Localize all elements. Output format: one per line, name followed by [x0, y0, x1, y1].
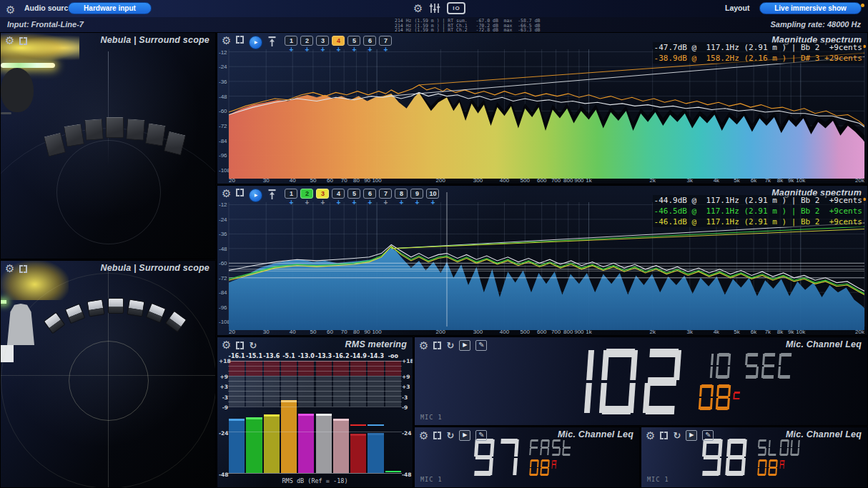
edit-icon[interactable]: ✎	[475, 340, 487, 351]
surround-scope-panel-2[interactable]: ⚙ Nebula | Surround scope	[0, 260, 216, 488]
rms-value-3: -13.6	[263, 353, 280, 359]
rms-bar-column-8	[350, 361, 367, 473]
curve-button-4[interactable]: 4+	[332, 36, 345, 54]
arrow-up-icon[interactable]	[267, 189, 277, 200]
add-curve-button[interactable]: +	[379, 46, 392, 54]
add-curve-button[interactable]: +	[395, 199, 408, 206]
curve-button-7[interactable]: 7+	[379, 36, 392, 54]
speaker-icon	[127, 299, 144, 317]
add-curve-button[interactable]: +	[300, 199, 313, 206]
gear-icon[interactable]: ⚙	[222, 189, 231, 199]
add-curve-button[interactable]: +	[363, 46, 376, 54]
fullscreen-icon[interactable]	[236, 36, 244, 44]
gear-icon[interactable]: ⚙	[222, 340, 231, 350]
curve-button-1[interactable]: 1+	[285, 189, 297, 206]
rms-peak-indicator	[368, 424, 383, 426]
add-curve-button[interactable]: +	[347, 199, 360, 206]
sampling-rate-label: Sampling rate: 48000 Hz	[770, 20, 861, 29]
curve-button-6[interactable]: 6+	[363, 189, 376, 206]
add-curve-button[interactable]: +	[285, 46, 297, 54]
fullscreen-icon[interactable]	[19, 265, 27, 273]
live-icon[interactable]: ▶	[249, 36, 262, 49]
leq-value-display	[702, 439, 751, 476]
live-immersive-show-button[interactable]: Live immersive show	[759, 2, 862, 14]
curve-button-4[interactable]: 4+	[332, 189, 345, 206]
curve-button-8[interactable]: 8+	[395, 189, 408, 206]
add-curve-button[interactable]: +	[332, 46, 345, 54]
add-curve-button[interactable]: +	[410, 199, 423, 206]
rms-scale-tick: -9	[402, 404, 411, 411]
gear-icon[interactable]: ⚙	[419, 341, 428, 351]
svg-text:-36: -36	[219, 231, 227, 237]
play-icon[interactable]: ▶	[686, 430, 697, 441]
svg-text:600: 600	[537, 177, 547, 184]
add-curve-button[interactable]: +	[316, 199, 329, 206]
curve-button-3[interactable]: 3+	[316, 36, 329, 54]
sliders-icon[interactable]	[429, 3, 440, 14]
gear-icon[interactable]: ⚙	[222, 36, 231, 46]
curve-button-2[interactable]: 2+	[300, 189, 313, 206]
edit-icon[interactable]: ✎	[475, 430, 487, 441]
fullscreen-icon[interactable]	[19, 37, 27, 45]
mic-channel-leq-panel-10sec: ⚙↻▶✎ Mic. Channel Leq MIC 1	[414, 337, 868, 426]
curve-button-5[interactable]: 5+	[347, 189, 360, 206]
rms-bar	[333, 419, 349, 473]
rms-bar	[229, 419, 245, 473]
svg-text:7k: 7k	[765, 177, 771, 184]
svg-text:1k: 1k	[586, 329, 592, 335]
fullscreen-icon[interactable]	[236, 189, 244, 196]
add-curve-button[interactable]: +	[426, 199, 439, 206]
fullscreen-icon[interactable]	[433, 342, 441, 349]
add-curve-button[interactable]: +	[379, 199, 392, 206]
reset-icon[interactable]: ↻	[446, 431, 454, 440]
svg-text:100: 100	[372, 329, 382, 335]
add-curve-button[interactable]: +	[300, 46, 313, 54]
curve-button-6[interactable]: 6+	[363, 36, 376, 54]
curve-button-10[interactable]: 10+	[426, 189, 439, 206]
reset-icon[interactable]: ↻	[249, 341, 257, 350]
add-curve-button[interactable]: +	[316, 46, 329, 54]
speaker-icon	[145, 123, 166, 146]
fullscreen-icon[interactable]	[433, 432, 441, 439]
curve-button-7[interactable]: 7+	[379, 189, 392, 206]
live-icon[interactable]: ▶	[249, 189, 262, 202]
reset-icon[interactable]: ↻	[446, 341, 454, 350]
gear-icon[interactable]: ⚙	[413, 4, 423, 14]
play-icon[interactable]: ▶	[459, 430, 470, 441]
rms-footer-label: RMS dB (Ref = -18)	[217, 477, 413, 484]
play-icon[interactable]: ▶	[459, 340, 470, 351]
svg-text:8k: 8k	[777, 329, 784, 335]
listener-bust	[1, 304, 41, 345]
curve-button-9[interactable]: 9+	[410, 189, 423, 206]
leq-value-display	[474, 439, 523, 476]
fullscreen-icon[interactable]	[660, 432, 668, 439]
curve-button-3[interactable]: 3+	[316, 189, 329, 206]
layout-label[interactable]: Layout	[725, 4, 749, 12]
add-curve-button[interactable]: +	[347, 46, 360, 54]
reset-icon[interactable]: ↻	[673, 431, 681, 440]
curve-button-1[interactable]: 1+	[285, 36, 297, 54]
gear-icon[interactable]: ⚙	[646, 431, 655, 441]
speaker-icon	[146, 303, 167, 324]
curve-button-2[interactable]: 2+	[300, 36, 313, 54]
gear-icon[interactable]: ⚙	[5, 36, 14, 46]
add-curve-button[interactable]: +	[332, 199, 345, 206]
io-icon[interactable]: IO	[447, 2, 465, 14]
rms-scale-tick: +18	[402, 358, 411, 364]
speaker-icon	[44, 132, 66, 156]
speaker-icon	[165, 311, 187, 333]
surround-scope-panel-1[interactable]: ⚙ Nebula | Surround scope	[0, 32, 216, 259]
hardware-input-button[interactable]: Hardware input	[68, 2, 152, 14]
svg-text:-60: -60	[219, 260, 227, 267]
rms-bar-column-9	[367, 361, 384, 473]
cursor-readouts: -47.7dB @ 117.1Hz (2.91 m ) | Bb 2 +9cen…	[653, 42, 864, 64]
add-curve-button[interactable]: +	[285, 199, 297, 206]
add-curve-button[interactable]: +	[363, 199, 376, 206]
gear-icon[interactable]: ⚙	[5, 264, 14, 274]
edit-icon[interactable]: ✎	[702, 430, 714, 441]
curve-button-5[interactable]: 5+	[347, 36, 360, 54]
gear-icon[interactable]: ⚙	[6, 5, 15, 15]
gear-icon[interactable]: ⚙	[419, 431, 428, 441]
arrow-up-icon[interactable]	[267, 36, 277, 47]
fullscreen-icon[interactable]	[236, 342, 244, 349]
